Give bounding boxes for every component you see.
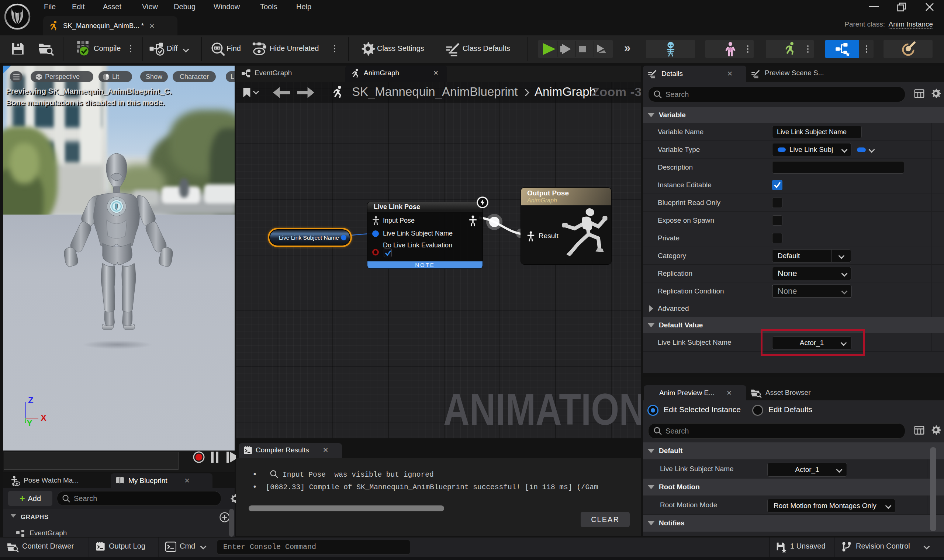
svg-text:Y: Y [26,418,32,426]
svg-text:X: X [40,413,46,423]
svg-text:Z: Z [28,397,34,405]
